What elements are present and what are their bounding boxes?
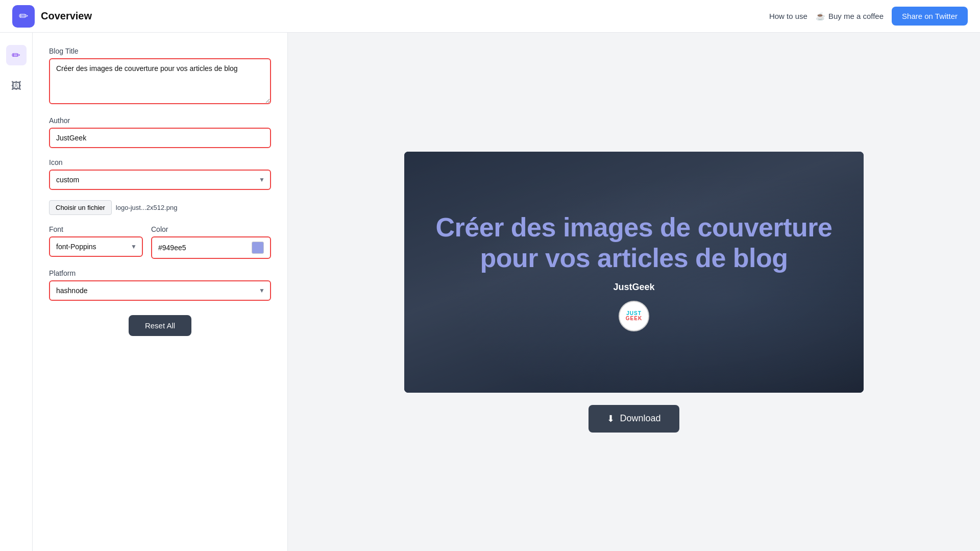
font-select-wrapper: font-Poppins font-Inter font-Roboto font…: [49, 236, 143, 257]
header-right: How to use ☕ Buy me a coffee Share on Tw…: [769, 7, 968, 26]
image-icon: 🖼: [11, 80, 21, 92]
author-field: Author: [49, 116, 271, 148]
color-field: Color: [151, 225, 271, 259]
how-to-use-link[interactable]: How to use: [769, 12, 807, 20]
app-title: Coverview: [41, 10, 92, 22]
coffee-emoji-icon: ☕: [816, 12, 825, 21]
platform-select-wrapper: hashnode devto medium custom ▼: [49, 280, 271, 301]
file-choose-button[interactable]: Choisir un fichier: [49, 200, 112, 215]
logo-glyph: ✏: [19, 10, 28, 23]
font-label: Font: [49, 225, 143, 233]
cover-content: Créer des images de couverture pour vos …: [404, 152, 864, 393]
font-select[interactable]: font-Poppins font-Inter font-Roboto font…: [49, 236, 143, 257]
file-input-row: Choisir un fichier logo-just...2x512.png: [49, 200, 271, 215]
color-label: Color: [151, 225, 271, 233]
preview-panel: Créer des images de couverture pour vos …: [288, 33, 980, 551]
font-field: Font font-Poppins font-Inter font-Roboto…: [49, 225, 143, 257]
author-input[interactable]: [49, 128, 271, 148]
cover-title: Créer des images de couverture pour vos …: [425, 212, 843, 274]
blog-title-field: Blog Title: [49, 47, 271, 106]
share-twitter-button[interactable]: Share on Twitter: [892, 7, 968, 26]
blog-title-input[interactable]: [49, 58, 271, 104]
form-panel: Blog Title Author Icon custom none devto…: [33, 33, 288, 551]
platform-field: Platform hashnode devto medium custom ▼: [49, 269, 271, 301]
platform-select[interactable]: hashnode devto medium custom: [49, 280, 271, 301]
author-label: Author: [49, 116, 271, 125]
blog-title-label: Blog Title: [49, 47, 271, 55]
edit-icon: ✏: [12, 49, 20, 61]
icon-select-wrapper: custom none devto hashnode ▼: [49, 170, 271, 190]
color-input-wrapper: [151, 236, 271, 259]
app-header: ✏ Coverview How to use ☕ Buy me a coffee…: [0, 0, 980, 33]
download-button[interactable]: ⬇ Download: [589, 405, 679, 433]
logo-geek-text: GEEK: [626, 316, 642, 321]
sidebar-item-image[interactable]: 🖼: [6, 76, 27, 96]
cover-preview: Créer des images de couverture pour vos …: [404, 152, 864, 393]
icon-select[interactable]: custom none devto hashnode: [49, 170, 271, 190]
buy-coffee-label: Buy me a coffee: [828, 12, 884, 20]
header-left: ✏ Coverview: [12, 5, 92, 28]
icon-label: Icon: [49, 158, 271, 166]
reset-all-button[interactable]: Reset All: [129, 315, 191, 336]
main-layout: ✏ 🖼 Blog Title Author Icon custom none d…: [0, 33, 980, 551]
cover-logo: JUST GEEK: [619, 301, 649, 331]
color-swatch[interactable]: [252, 242, 264, 254]
icon-field: Icon custom none devto hashnode ▼: [49, 158, 271, 190]
buy-coffee-button[interactable]: ☕ Buy me a coffee: [816, 12, 884, 21]
sidebar-nav: ✏ 🖼: [0, 33, 33, 551]
file-name-display: logo-just...2x512.png: [116, 204, 178, 211]
platform-label: Platform: [49, 269, 271, 277]
cover-author: JustGeek: [613, 282, 654, 293]
sidebar-item-edit[interactable]: ✏: [6, 45, 27, 65]
download-label: Download: [620, 413, 660, 424]
color-hex-input[interactable]: [158, 244, 248, 252]
app-logo-icon: ✏: [12, 5, 35, 28]
download-icon: ⬇: [607, 413, 615, 424]
logo-inner: JUST GEEK: [620, 302, 648, 330]
font-color-row: Font font-Poppins font-Inter font-Roboto…: [49, 225, 271, 259]
